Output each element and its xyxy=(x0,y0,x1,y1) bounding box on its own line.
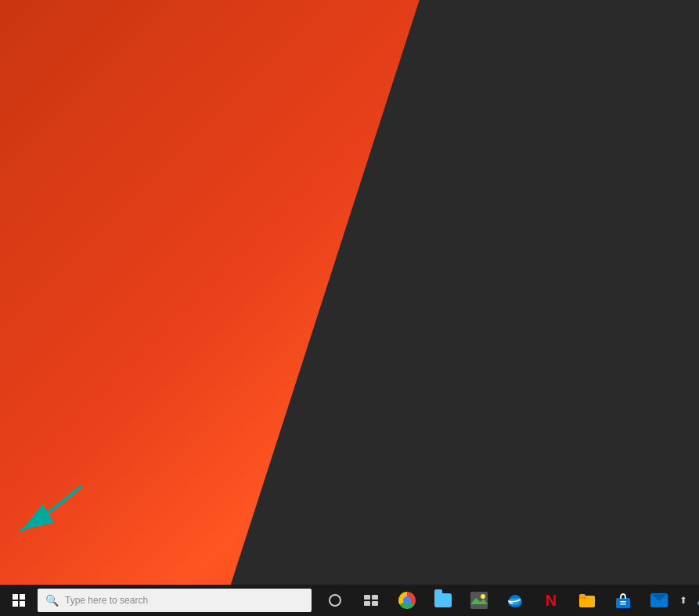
store-icon xyxy=(614,592,632,609)
svg-rect-11 xyxy=(620,603,626,605)
svg-rect-9 xyxy=(616,598,630,608)
netflix-button[interactable]: N xyxy=(534,585,568,616)
windows-logo-icon xyxy=(13,594,25,607)
taskbar: 🔍 Type here to search xyxy=(0,585,699,616)
edge-icon xyxy=(506,592,524,609)
start-button[interactable] xyxy=(0,585,38,616)
file-manager-icon xyxy=(434,593,452,607)
svg-rect-10 xyxy=(620,601,626,603)
pinned-apps-area: N xyxy=(318,585,676,616)
mail-button[interactable] xyxy=(642,585,676,616)
network-icon[interactable]: ⬆ xyxy=(676,595,690,606)
wallpaper xyxy=(0,0,699,585)
chrome-button[interactable] xyxy=(390,585,424,616)
netflix-icon: N xyxy=(546,592,557,610)
chrome-icon xyxy=(398,592,416,609)
search-icon: 🔍 xyxy=(45,594,59,607)
file-explorer-icon xyxy=(578,592,596,609)
svg-rect-8 xyxy=(579,594,586,597)
desktop xyxy=(0,0,699,585)
mail-icon xyxy=(650,593,668,607)
search-placeholder-text: Type here to search xyxy=(65,595,148,606)
virtual-desktops-icon xyxy=(364,595,378,606)
system-tray: ⬆ 🔊 5:14 PM 4/12/2021 xyxy=(676,590,699,611)
task-view-button[interactable] xyxy=(318,585,352,616)
edge-button[interactable] xyxy=(498,585,532,616)
svg-point-3 xyxy=(481,594,485,599)
volume-icon[interactable]: 🔊 xyxy=(694,595,699,606)
photos-icon xyxy=(470,592,488,609)
task-view-icon xyxy=(329,594,341,607)
taskbar-search-bar[interactable]: 🔍 Type here to search xyxy=(38,589,312,612)
file-manager-button[interactable] xyxy=(426,585,460,616)
file-explorer-button[interactable] xyxy=(570,585,604,616)
svg-rect-1 xyxy=(470,592,488,609)
photos-button[interactable] xyxy=(462,585,496,616)
virtual-desktops-button[interactable] xyxy=(354,585,388,616)
store-button[interactable] xyxy=(606,585,640,616)
